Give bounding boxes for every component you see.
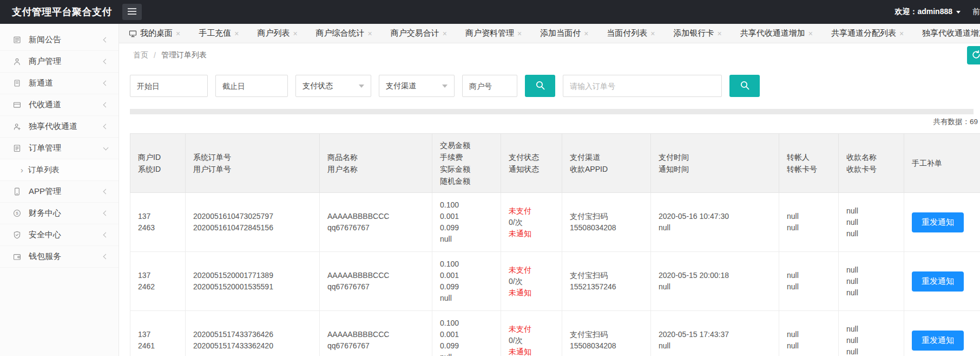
close-icon[interactable]: × [443, 30, 447, 37]
tab-7[interactable]: 当面付列表× [607, 28, 655, 38]
column-header: 支付时间通知时间 [651, 134, 779, 193]
sidebar-item-security[interactable]: 安全中心 [0, 224, 119, 246]
table-cell: 2020-05-15 20:00:18null [651, 252, 779, 311]
sidebar-menu: 新闻公告商户管理新通道代收通道独享代收通道订单管理›订单列表APP管理$财务中心… [0, 24, 119, 268]
tab-5[interactable]: 商户资料管理× [465, 28, 522, 38]
close-icon[interactable]: × [899, 30, 904, 37]
sidebar-item-label: 新闻公告 [29, 35, 104, 45]
sidebar-item-wallet[interactable]: 钱包服务 [0, 246, 119, 268]
close-icon[interactable]: × [584, 30, 588, 37]
close-icon[interactable]: × [517, 30, 522, 37]
tab-6[interactable]: 添加当面付× [540, 28, 588, 38]
table-cell: nullnull [779, 252, 839, 311]
sidebar-item-label: 代收通道 [29, 100, 104, 110]
collect-icon [12, 100, 22, 110]
resend-notify-button[interactable]: 重发通知 [912, 212, 964, 232]
column-header: 系统订单号用户订单号 [186, 134, 320, 193]
sidebar-item-collect-channel[interactable]: 代收通道 [0, 94, 119, 116]
table-cell: 0.1000.0010.099null [432, 252, 501, 311]
pay-channel-select[interactable]: 支付渠道 [379, 75, 455, 97]
resend-notify-button[interactable]: 重发通知 [912, 271, 964, 292]
tab-label: 独享代收通道增加 [922, 28, 980, 38]
chevron-left-icon [103, 81, 109, 86]
column-header: 手工补单 [904, 134, 980, 193]
user-menu[interactable]: 欢迎：admin888 [895, 7, 961, 17]
tab-bar: 我的桌面×手工充值×商户列表×商户综合统计×商户交易合计×商户资料管理×添加当面… [119, 24, 980, 43]
chevron-left-icon [103, 189, 109, 195]
sidebar-item-label: 商户管理 [29, 56, 104, 67]
merchant-search-button[interactable] [525, 75, 555, 97]
pay-status-select[interactable]: 支付状态 [295, 75, 371, 97]
sidebar-toggle-button[interactable] [122, 4, 142, 20]
end-date-input[interactable] [215, 75, 288, 97]
table-cell: 2020-05-15 17:43:37null [651, 311, 779, 356]
sidebar-subitem-order-list[interactable]: ›订单列表 [0, 159, 119, 181]
tab-label: 当面付列表 [607, 28, 647, 38]
hamburger-icon [128, 8, 136, 17]
finance-icon: $ [12, 209, 22, 218]
pay-status-select-value: 支付状态 [302, 81, 333, 91]
table-cell: nullnullnull [839, 252, 904, 311]
close-icon[interactable]: × [650, 30, 655, 37]
table-cell: AAAAABBBBCCCqq67676767 [320, 193, 432, 252]
pay-channel-select-value: 支付渠道 [386, 81, 416, 91]
channel-icon [12, 79, 22, 88]
refresh-button[interactable] [967, 46, 980, 64]
tab-8[interactable]: 添加银行卡× [674, 28, 722, 38]
start-date-input[interactable] [130, 75, 208, 97]
table-cell: 支付宝扫码15508034208 [562, 311, 651, 356]
breadcrumb-row: 首页 / 管理订单列表 [119, 43, 980, 67]
sidebar-item-label: 钱包服务 [29, 251, 104, 262]
breadcrumb-separator: / [154, 51, 156, 60]
table-cell: 20200515174337364262020051517433362420 [186, 311, 320, 356]
table-cell-action: 重发通知 [904, 193, 980, 252]
sidebar-item-new-channel[interactable]: 新通道 [0, 73, 119, 94]
table-cell: 20200516104730257972020051610472845156 [186, 193, 320, 252]
front-site-link[interactable]: 前往 [972, 7, 980, 17]
caret-down-icon [956, 11, 961, 14]
orders-table: 商户ID系统ID系统订单号用户订单号商品名称用户名称交易金额手续费实际金额随机金… [130, 133, 980, 356]
main-content: 我的桌面×手工充值×商户列表×商户综合统计×商户交易合计×商户资料管理×添加当面… [119, 24, 980, 356]
close-icon[interactable]: × [176, 30, 180, 37]
close-icon[interactable]: × [368, 30, 372, 37]
sidebar-item-news[interactable]: 新闻公告 [0, 29, 119, 51]
column-header: 支付渠道收款APPID [562, 134, 651, 193]
search-icon [535, 80, 545, 92]
tab-11[interactable]: 独享代收通道增加× [922, 28, 980, 38]
sidebar-item-exclusive-channel[interactable]: 独享代收通道 [0, 116, 119, 138]
tab-label: 手工充值 [199, 28, 231, 38]
resend-notify-button[interactable]: 重发通知 [912, 331, 964, 351]
chevron-down-icon [359, 85, 364, 88]
close-icon[interactable]: × [293, 30, 297, 37]
sidebar-item-order[interactable]: 订单管理 [0, 138, 119, 159]
tab-10[interactable]: 共享通道分配列表× [831, 28, 904, 38]
exclusive-icon [12, 122, 22, 132]
column-header: 交易金额手续费实际金额随机金额 [432, 134, 501, 193]
tab-1[interactable]: 手工充值× [199, 28, 239, 38]
tab-label: 添加银行卡 [674, 28, 714, 38]
sidebar-item-finance[interactable]: $财务中心 [0, 203, 119, 224]
chevron-left-icon [103, 37, 109, 43]
tab-3[interactable]: 商户综合统计× [316, 28, 372, 38]
close-icon[interactable]: × [808, 30, 813, 37]
breadcrumb-home[interactable]: 首页 [133, 50, 148, 60]
sidebar-item-app[interactable]: APP管理 [0, 181, 119, 203]
close-icon[interactable]: × [718, 30, 722, 37]
tab-4[interactable]: 商户交易合计× [391, 28, 447, 38]
merchant-no-input[interactable] [462, 75, 517, 97]
tab-9[interactable]: 共享代收通道增加× [740, 28, 813, 38]
chevron-left-icon [103, 254, 109, 260]
topbar-right: 欢迎：admin888 前往 [895, 7, 980, 17]
chevron-left-icon [103, 124, 109, 130]
sidebar-item-merchant[interactable]: 商户管理 [0, 51, 119, 73]
tab-label: 添加当面付 [540, 28, 581, 38]
table-header-row: 商户ID系统ID系统订单号用户订单号商品名称用户名称交易金额手续费实际金额随机金… [130, 134, 980, 193]
close-icon[interactable]: × [234, 30, 239, 37]
order-no-input[interactable] [563, 75, 722, 97]
tab-2[interactable]: 商户列表× [257, 28, 297, 38]
table-cell: 1372463 [130, 193, 186, 252]
chevron-left-icon [103, 211, 109, 216]
order-search-button[interactable] [729, 75, 760, 97]
sidebar-item-label: 独享代收通道 [29, 121, 104, 132]
tab-0[interactable]: 我的桌面× [129, 28, 180, 38]
